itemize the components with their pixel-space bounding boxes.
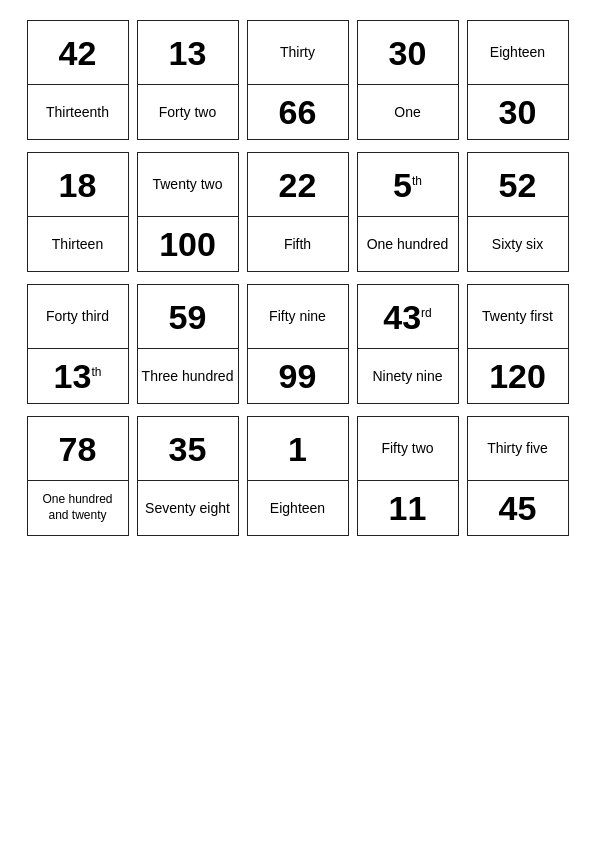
card-3-1-top-text: 35	[169, 432, 207, 466]
card-3-0-top: 78	[28, 417, 128, 481]
card-0-2-top-text: Thirty	[280, 43, 315, 61]
card-1-3: 5thOne hundred	[357, 152, 459, 272]
card-3-4-top-text: Thirty five	[487, 439, 548, 457]
card-2-3-bottom-text: Ninety nine	[372, 367, 442, 385]
card-3-3-top-text: Fifty two	[381, 439, 433, 457]
card-1-4-top-text: 52	[499, 168, 537, 202]
card-2-1-top: 59	[138, 285, 238, 349]
card-2-0: Forty third13th	[27, 284, 129, 404]
card-0-0-bottom: Thirteenth	[28, 85, 128, 139]
card-0-1: 13Forty two	[137, 20, 239, 140]
card-1-1-top: Twenty two	[138, 153, 238, 217]
card-2-2: Fifty nine99	[247, 284, 349, 404]
card-0-1-bottom-text: Forty two	[159, 103, 217, 121]
card-3-1-bottom: Seventy eight	[138, 481, 238, 535]
card-2-2-top-text: Fifty nine	[269, 307, 326, 325]
card-2-4-bottom-text: 120	[489, 359, 546, 393]
card-3-3-bottom: 11	[358, 481, 458, 535]
row-0: 42Thirteenth13Forty twoThirty6630OneEigh…	[27, 20, 569, 140]
card-0-4-bottom-text: 30	[499, 95, 537, 129]
card-3-3-top: Fifty two	[358, 417, 458, 481]
card-1-3-top-text: 5th	[393, 168, 422, 202]
card-1-4: 52Sixty six	[467, 152, 569, 272]
card-2-2-top: Fifty nine	[248, 285, 348, 349]
row-3: 78One hundred and twenty35Seventy eight1…	[27, 416, 569, 536]
card-1-3-bottom: One hundred	[358, 217, 458, 271]
card-2-2-bottom-text: 99	[279, 359, 317, 393]
card-0-3-bottom-text: One	[394, 103, 420, 121]
card-0-0: 42Thirteenth	[27, 20, 129, 140]
card-2-3: 43rdNinety nine	[357, 284, 459, 404]
card-2-1: 59Three hundred	[137, 284, 239, 404]
card-3-4: Thirty five45	[467, 416, 569, 536]
card-0-0-top-text: 42	[59, 36, 97, 70]
card-1-2-bottom: Fifth	[248, 217, 348, 271]
card-1-0: 18Thirteen	[27, 152, 129, 272]
card-0-2: Thirty66	[247, 20, 349, 140]
card-3-2-top: 1	[248, 417, 348, 481]
card-0-3-top-text: 30	[389, 36, 427, 70]
card-1-1-top-text: Twenty two	[152, 175, 222, 193]
card-0-4-top: Eighteen	[468, 21, 568, 85]
card-1-1-bottom: 100	[138, 217, 238, 271]
card-3-2-bottom: Eighteen	[248, 481, 348, 535]
card-2-1-top-text: 59	[169, 300, 207, 334]
card-2-0-top-text: Forty third	[46, 307, 109, 325]
card-3-3: Fifty two11	[357, 416, 459, 536]
card-2-0-bottom-text: 13th	[54, 359, 102, 393]
card-1-0-top: 18	[28, 153, 128, 217]
card-1-0-bottom: Thirteen	[28, 217, 128, 271]
card-1-4-top: 52	[468, 153, 568, 217]
card-3-0-bottom: One hundred and twenty	[28, 481, 128, 535]
card-3-4-bottom: 45	[468, 481, 568, 535]
card-0-0-bottom-text: Thirteenth	[46, 103, 109, 121]
card-0-3: 30One	[357, 20, 459, 140]
card-2-3-bottom: Ninety nine	[358, 349, 458, 403]
card-1-3-top: 5th	[358, 153, 458, 217]
row-2: Forty third13th59Three hundredFifty nine…	[27, 284, 569, 404]
card-0-3-bottom: One	[358, 85, 458, 139]
card-2-2-bottom: 99	[248, 349, 348, 403]
card-3-0: 78One hundred and twenty	[27, 416, 129, 536]
card-3-1-top: 35	[138, 417, 238, 481]
card-2-4-top-text: Twenty first	[482, 307, 553, 325]
card-2-0-bottom: 13th	[28, 349, 128, 403]
card-1-4-bottom: Sixty six	[468, 217, 568, 271]
card-0-4-top-text: Eighteen	[490, 43, 545, 61]
card-1-3-bottom-text: One hundred	[367, 235, 449, 253]
card-2-3-top-text: 43rd	[383, 300, 432, 334]
card-0-0-top: 42	[28, 21, 128, 85]
card-3-4-bottom-text: 45	[499, 491, 537, 525]
card-3-3-bottom-text: 11	[389, 491, 427, 525]
card-1-0-top-text: 18	[59, 168, 97, 202]
card-1-1-bottom-text: 100	[159, 227, 216, 261]
card-1-2-top: 22	[248, 153, 348, 217]
card-1-2-bottom-text: Fifth	[284, 235, 311, 253]
card-3-1-bottom-text: Seventy eight	[145, 499, 230, 517]
row-1: 18ThirteenTwenty two10022Fifth5thOne hun…	[27, 152, 569, 272]
card-2-4-bottom: 120	[468, 349, 568, 403]
card-3-2: 1Eighteen	[247, 416, 349, 536]
card-1-1: Twenty two100	[137, 152, 239, 272]
card-0-4-bottom: 30	[468, 85, 568, 139]
card-2-3-top: 43rd	[358, 285, 458, 349]
card-0-1-bottom: Forty two	[138, 85, 238, 139]
card-2-1-bottom-text: Three hundred	[142, 367, 234, 385]
card-0-3-top: 30	[358, 21, 458, 85]
card-3-2-top-text: 1	[288, 432, 307, 466]
bingo-grid: 42Thirteenth13Forty twoThirty6630OneEigh…	[27, 20, 569, 536]
card-2-1-bottom: Three hundred	[138, 349, 238, 403]
card-2-0-top: Forty third	[28, 285, 128, 349]
card-0-4: Eighteen30	[467, 20, 569, 140]
card-3-0-top-text: 78	[59, 432, 97, 466]
card-1-2-top-text: 22	[279, 168, 317, 202]
card-3-0-bottom-text: One hundred and twenty	[32, 492, 124, 523]
card-2-4: Twenty first120	[467, 284, 569, 404]
card-1-4-bottom-text: Sixty six	[492, 235, 543, 253]
card-0-1-top-text: 13	[169, 36, 207, 70]
card-3-4-top: Thirty five	[468, 417, 568, 481]
card-3-2-bottom-text: Eighteen	[270, 499, 325, 517]
card-2-4-top: Twenty first	[468, 285, 568, 349]
card-3-1: 35Seventy eight	[137, 416, 239, 536]
card-0-2-top: Thirty	[248, 21, 348, 85]
